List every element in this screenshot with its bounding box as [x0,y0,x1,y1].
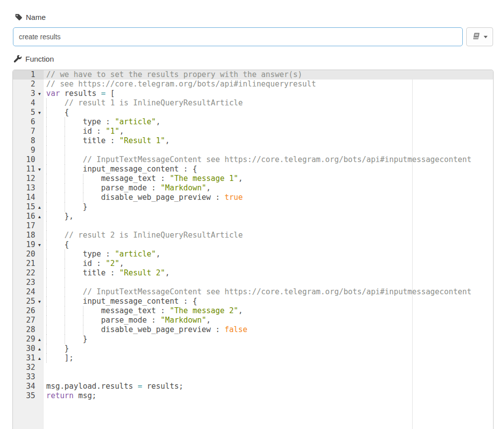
code-line: 21 id : "2", [13,259,493,268]
line-number: 4 [13,98,35,108]
gutter-cell: 8 [13,136,44,146]
fold-spacer [35,146,44,155]
code-line: 16▴ }, [13,212,493,221]
fold-spacer [35,98,44,108]
indent-guide [46,202,47,212]
code-line-text: title : "Result 2", [44,268,493,278]
name-input[interactable] [13,27,463,46]
gutter-cell: 24 [13,287,44,297]
code-token: , [156,117,160,126]
fold-end-icon[interactable]: ▴ [35,335,44,344]
code-line-text: // result 1 is InlineQueryResultArticle [44,98,493,108]
fold-spacer [35,117,44,127]
indent-guide [46,325,47,335]
gutter-cell: 16▴ [13,212,44,221]
fold-spacer [35,306,44,316]
fold-end-icon[interactable]: ▴ [35,344,44,353]
code-token: , [165,268,169,277]
code-line-text: // result 2 is InlineQueryResultArticle [44,231,493,240]
fold-open-icon[interactable]: ▾ [35,240,44,250]
indent-guide [46,174,47,183]
caret-down-icon [484,36,488,38]
code-line: 8 title : "Result 1", [13,136,493,146]
indent-guide [65,335,65,344]
tag-icon [15,13,22,21]
gutter-cell: 4 [13,98,44,108]
fold-spacer [35,174,44,183]
gutter-cell: 13 [13,183,44,193]
code-token: ]; [46,353,73,362]
code-line-text: id : "1", [44,127,493,136]
code-line-text: } [44,335,493,344]
fold-spacer [35,155,44,165]
fold-end-icon[interactable]: ▴ [35,212,44,221]
code-token: title : [46,268,119,277]
fold-open-icon[interactable]: ▾ [35,297,44,306]
library-button[interactable] [466,27,493,46]
function-field-label: Function [14,55,54,63]
gutter-cell: 35 [13,391,44,401]
fold-spacer [35,250,44,259]
function-field-label-text: Function [25,55,54,63]
code-line-text: title : "Result 1", [44,136,493,146]
code-token: results [60,89,101,98]
fold-open-icon[interactable]: ▾ [35,108,44,117]
code-token: "article" [115,117,156,126]
fold-open-icon[interactable]: ▾ [35,89,44,98]
wrench-icon [14,55,22,63]
indent-guide [46,316,47,325]
fold-spacer [35,278,44,287]
line-number: 24 [13,287,35,297]
code-token: , [119,127,124,136]
indent-guide [46,212,47,221]
code-token: parse_mode : [46,316,160,325]
indent-guide [83,325,83,335]
code-line: 24 // InputTextMessageContent see https:… [13,287,493,297]
line-number: 5 [13,108,35,117]
fold-end-icon[interactable]: ▴ [35,353,44,363]
code-editor[interactable]: 1// we have to set the results propery w… [12,70,494,429]
indent-guide [65,127,65,136]
fold-end-icon[interactable]: ▴ [35,202,44,212]
code-line-text: parse_mode : "Markdown", [44,316,493,325]
code-line: 19▾ { [13,240,493,250]
code-line: 34msg.payload.results = results; [13,382,493,391]
code-line: 22 title : "Result 2", [13,268,493,278]
indent-guide [65,165,65,174]
gutter-cell: 9 [13,146,44,155]
code-token: // result 2 is InlineQueryResultArticle [65,231,243,240]
code-token: id : [46,259,106,268]
line-number: 1 [13,70,35,80]
fold-spacer [35,231,44,240]
code-line: 2// see https://core.telegram.org/bots/a… [13,80,493,89]
gutter-cell: 6 [13,117,44,127]
code-token: type : [46,250,115,258]
indent-guide [65,155,65,165]
code-line: 27 parse_mode : "Markdown", [13,316,493,325]
code-token: results; [142,382,183,391]
indent-guide [65,259,65,268]
gutter-cell: 7 [13,127,44,136]
code-line-text: // we have to set the results propery wi… [44,70,493,80]
code-token: "article" [115,250,156,258]
indent-guide [46,117,47,127]
code-token: , [156,250,160,258]
code-line-text: } [44,202,493,212]
fold-spacer [35,316,44,325]
indent-guide [46,306,47,316]
gutter-cell: 22 [13,268,44,278]
code-line: 5▾ { [13,108,493,117]
line-number: 10 [13,155,35,165]
gutter-cell: 5▾ [13,108,44,117]
gutter-cell: 26 [13,306,44,316]
fold-open-icon[interactable]: ▾ [35,165,44,174]
code-line: 32 [13,363,493,372]
code-line: 31▴ ]; [13,353,493,363]
indent-guide [83,193,83,202]
line-number: 29 [13,335,35,344]
indent-guide [65,316,65,325]
indent-guide [46,250,47,259]
code-token: , [238,306,243,315]
fold-spacer [35,287,44,297]
line-number: 3 [13,89,35,98]
